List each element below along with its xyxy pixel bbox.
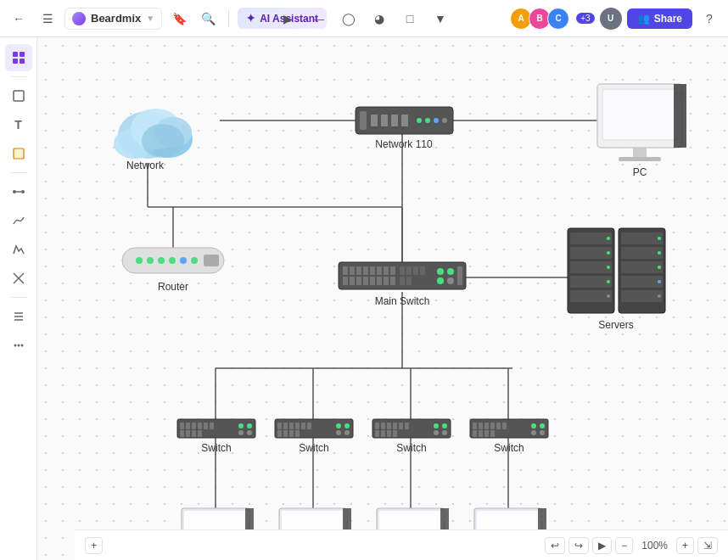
svg-rect-148 (283, 430, 288, 437)
svg-point-67 (169, 257, 176, 264)
svg-rect-102 (570, 232, 612, 244)
svg-rect-116 (621, 276, 663, 288)
svg-rect-2 (13, 59, 18, 64)
svg-rect-77 (370, 266, 375, 275)
logo-icon (72, 12, 86, 25)
svg-rect-160 (393, 423, 397, 429)
sidebar-icon-shape[interactable] (5, 82, 32, 109)
avatar-group: A B C (510, 8, 569, 30)
diagram-svg: Network Network 110 (37, 37, 728, 560)
svg-rect-180 (479, 430, 483, 437)
fullscreen-button[interactable]: ⇲ (697, 537, 718, 554)
svg-point-170 (442, 430, 447, 435)
avatar-3: C (547, 8, 569, 30)
svg-rect-216 (539, 518, 546, 520)
zoom-out-button[interactable]: − (615, 537, 633, 554)
svg-rect-207 (441, 512, 448, 515)
svg-point-64 (136, 257, 143, 264)
svg-rect-215 (539, 512, 546, 515)
svg-rect-208 (441, 518, 448, 520)
sidebar-icon-cut[interactable] (5, 265, 32, 292)
sidebar-icon-note[interactable] (5, 140, 32, 167)
svg-rect-85 (370, 277, 375, 285)
sidebar-sep-1 (10, 76, 27, 77)
svg-point-66 (158, 257, 165, 264)
sidebar-icon-draw[interactable] (5, 236, 32, 263)
redo-button[interactable]: ↪ (568, 537, 589, 554)
node-servers: Servers (568, 228, 665, 331)
svg-point-50 (425, 118, 430, 123)
sidebar-icon-connector[interactable] (5, 178, 32, 205)
logo-area[interactable]: Beardmix ▼ (64, 8, 162, 30)
svg-point-16 (20, 344, 23, 347)
main-area: T (0, 37, 728, 560)
svg-rect-72 (339, 262, 466, 289)
svg-point-95 (437, 268, 444, 275)
svg-rect-130 (210, 423, 214, 429)
svg-point-6 (13, 190, 16, 193)
toolbar-tool-4[interactable]: ◕ (367, 7, 391, 31)
sidebar: T (0, 37, 37, 560)
svg-rect-93 (400, 277, 405, 285)
toolbar: ← ☰ Beardmix ▼ 🔖 🔍 ✦ AI Assistant ▶ ⸻ ◯ … (0, 0, 728, 37)
svg-point-186 (540, 430, 545, 435)
svg-point-14 (14, 344, 16, 347)
toolbar-tool-5[interactable]: □ (398, 7, 422, 31)
svg-rect-161 (399, 423, 403, 429)
svg-rect-87 (384, 277, 389, 285)
svg-point-98 (447, 277, 454, 284)
add-page-button[interactable]: + (85, 537, 103, 554)
help-button[interactable]: ? (697, 7, 721, 31)
sidebar-icon-list[interactable] (5, 303, 32, 330)
svg-rect-129 (204, 423, 208, 429)
cursor-button[interactable]: ▶ (592, 537, 612, 554)
svg-text:Switch: Switch (299, 442, 328, 454)
svg-text:Switch: Switch (494, 442, 524, 454)
svg-rect-91 (413, 266, 418, 275)
back-button[interactable]: ← (7, 7, 31, 31)
svg-point-68 (180, 257, 187, 264)
svg-rect-178 (502, 423, 507, 429)
search-button[interactable]: 🔍 (196, 7, 220, 31)
logo-text: Beardmix (91, 12, 141, 25)
svg-rect-117 (621, 290, 663, 302)
zoom-in-button[interactable]: + (676, 537, 694, 554)
toolbar-tool-2[interactable]: ⸻ (306, 7, 330, 31)
svg-rect-76 (363, 266, 368, 275)
divider-1 (228, 10, 229, 27)
svg-rect-147 (277, 430, 282, 437)
bottom-left: + (85, 537, 103, 554)
bottom-bar: + ↩ ↪ ▶ − 100% + ⇲ (75, 529, 728, 560)
toolbar-tool-3[interactable]: ◯ (337, 7, 361, 31)
svg-rect-173 (473, 423, 477, 429)
sidebar-icon-pen[interactable] (5, 207, 32, 234)
svg-rect-86 (377, 277, 382, 285)
avatar-user: U (600, 8, 622, 30)
svg-rect-115 (621, 261, 663, 273)
svg-rect-82 (350, 277, 355, 285)
sidebar-icon-more[interactable] (5, 332, 32, 359)
toolbar-tool-6[interactable]: ▼ (428, 7, 452, 31)
toolbar-tool-1[interactable]: ▶ (276, 7, 300, 31)
svg-rect-182 (490, 430, 495, 437)
svg-rect-164 (381, 430, 385, 437)
svg-point-51 (434, 118, 439, 123)
svg-point-52 (442, 118, 447, 123)
bottom-right: ↩ ↪ ▶ − 100% + ⇲ (545, 537, 718, 554)
svg-rect-158 (381, 423, 385, 429)
svg-text:Switch: Switch (396, 442, 426, 454)
svg-rect-114 (621, 247, 663, 259)
svg-rect-104 (570, 261, 612, 273)
svg-rect-105 (570, 276, 612, 288)
sidebar-icon-text[interactable]: T (5, 111, 32, 138)
undo-button[interactable]: ↩ (545, 537, 565, 554)
bookmark-button[interactable]: 🔖 (167, 7, 191, 31)
svg-rect-80 (390, 266, 395, 275)
svg-rect-44 (360, 111, 367, 130)
canvas-area[interactable]: Network Network 110 (37, 37, 728, 560)
menu-button[interactable]: ☰ (36, 7, 59, 31)
share-button[interactable]: 👥 Share (627, 8, 692, 29)
svg-rect-125 (180, 423, 184, 429)
svg-point-138 (247, 430, 252, 435)
sidebar-icon-palette[interactable] (5, 44, 32, 71)
